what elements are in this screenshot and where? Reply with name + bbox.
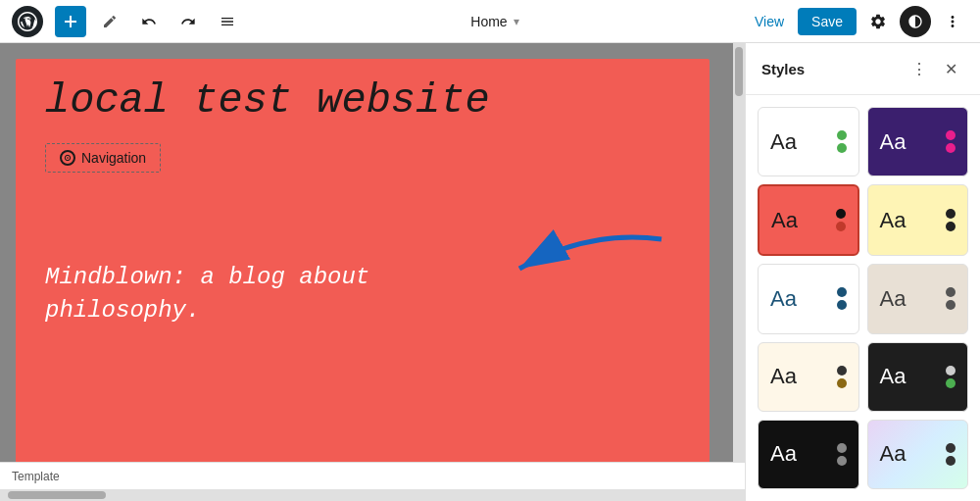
settings-button[interactable]	[862, 6, 894, 37]
style-card-aa-label: Aa	[880, 208, 906, 233]
style-card-dots	[946, 130, 956, 153]
style-card-aa-label: Aa	[770, 441, 797, 467]
dot-top	[946, 130, 956, 140]
ellipsis-icon	[944, 13, 961, 30]
save-button[interactable]: Save	[798, 8, 857, 35]
main-area: local test website ⊙ Navigation Mindblow…	[0, 43, 980, 501]
style-card-dots	[946, 209, 956, 231]
view-button[interactable]: View	[747, 8, 792, 35]
style-card-dots	[946, 287, 956, 310]
canvas-bottom: Template	[0, 462, 745, 501]
dot-top	[837, 443, 847, 453]
style-card-light[interactable]: Aa	[758, 342, 859, 412]
appearance-button[interactable]	[900, 6, 931, 37]
dot-top	[946, 366, 956, 376]
style-card-red-selected[interactable]: Aa	[758, 184, 859, 256]
style-card-aa-label: Aa	[880, 286, 906, 312]
more-options-button[interactable]	[937, 6, 968, 37]
style-card-aa-label: Aa	[770, 286, 797, 312]
undo-button[interactable]	[133, 6, 165, 37]
style-card-aa-label: Aa	[880, 129, 906, 155]
dot-top	[837, 366, 847, 376]
style-card-dots	[946, 443, 956, 466]
page-canvas: local test website ⊙ Navigation Mindblow…	[16, 59, 710, 462]
dot-bottom	[837, 378, 847, 388]
style-card-aa-label: Aa	[880, 441, 906, 467]
style-card-aa-label: Aa	[770, 129, 797, 155]
dot-top	[946, 443, 956, 453]
canvas-area: local test website ⊙ Navigation Mindblow…	[0, 43, 745, 501]
style-card-yellow[interactable]: Aa	[867, 184, 969, 256]
style-card-dots	[837, 366, 847, 388]
style-card-dots	[837, 287, 847, 310]
site-title: local test website	[45, 78, 680, 124]
dot-bottom	[946, 222, 956, 231]
styles-panel: Styles ⋮ ✕ Aa Aa	[745, 43, 980, 501]
scrollbar-thumb	[735, 47, 743, 96]
plus-icon	[64, 15, 77, 28]
navigation-label: Navigation	[81, 150, 146, 166]
dot-top	[946, 287, 956, 297]
horizontal-scrollbar[interactable]	[0, 489, 745, 501]
dot-bottom	[837, 143, 847, 153]
style-card-dots	[837, 130, 847, 153]
contrast-icon	[907, 14, 923, 29]
dot-top	[837, 130, 847, 140]
add-block-button[interactable]	[55, 6, 86, 37]
dot-bottom	[946, 300, 956, 310]
style-card-dots	[946, 366, 956, 388]
redo-button[interactable]	[172, 6, 204, 37]
dot-top	[946, 209, 956, 219]
wp-logo[interactable]	[12, 6, 43, 37]
dot-bottom	[836, 222, 846, 231]
dot-top	[836, 209, 846, 219]
list-icon	[220, 14, 235, 29]
style-card-dots	[837, 443, 847, 466]
panel-close-button[interactable]: ✕	[937, 55, 964, 82]
tools-button[interactable]	[94, 6, 125, 37]
panel-header: Styles ⋮ ✕	[746, 43, 980, 95]
panel-title: Styles	[761, 61, 805, 77]
navigation-block[interactable]: ⊙ Navigation	[45, 143, 161, 173]
style-card-blue-text[interactable]: Aa	[758, 264, 859, 333]
styles-grid: Aa Aa Aa	[746, 95, 980, 501]
style-card-dots	[836, 209, 846, 231]
scrollbar-thumb-h	[8, 491, 106, 499]
dot-bottom	[837, 456, 847, 466]
dot-bottom	[946, 456, 956, 466]
gear-icon	[869, 13, 887, 30]
style-card-default[interactable]: Aa	[758, 107, 859, 176]
style-card-aa-label: Aa	[771, 208, 798, 233]
redo-icon	[180, 14, 196, 29]
canvas-status-bar: Template	[0, 462, 745, 489]
dot-bottom	[946, 143, 956, 153]
page-name: Home	[470, 14, 507, 29]
site-tagline: Mindblown: a blog aboutphilosophy.	[45, 261, 680, 326]
breadcrumb-home: Home ▾	[251, 14, 739, 29]
style-card-purple[interactable]: Aa	[867, 107, 969, 176]
dropdown-icon: ▾	[514, 15, 519, 28]
style-card-beige[interactable]: Aa	[867, 264, 969, 333]
toolbar-right: View Save	[747, 6, 968, 37]
dot-top	[837, 287, 847, 297]
style-card-black[interactable]: Aa	[758, 420, 859, 489]
undo-icon	[141, 14, 157, 29]
style-card-aa-label: Aa	[770, 364, 797, 389]
vertical-scrollbar[interactable]	[733, 43, 745, 462]
canvas-inner: local test website ⊙ Navigation Mindblow…	[0, 43, 733, 462]
template-label: Template	[12, 470, 60, 483]
style-card-dark[interactable]: Aa	[867, 342, 969, 412]
pencil-icon	[102, 14, 118, 29]
style-card-gradient[interactable]: Aa	[867, 420, 969, 489]
wordpress-icon	[18, 12, 37, 31]
toolbar: Home ▾ View Save	[0, 0, 980, 43]
nav-circle-icon: ⊙	[60, 150, 75, 166]
style-card-aa-label: Aa	[880, 364, 906, 389]
panel-more-button[interactable]: ⋮	[906, 55, 933, 82]
list-view-button[interactable]	[212, 6, 243, 37]
dot-bottom	[837, 300, 847, 310]
panel-header-actions: ⋮ ✕	[906, 55, 964, 82]
dot-bottom	[946, 378, 956, 388]
